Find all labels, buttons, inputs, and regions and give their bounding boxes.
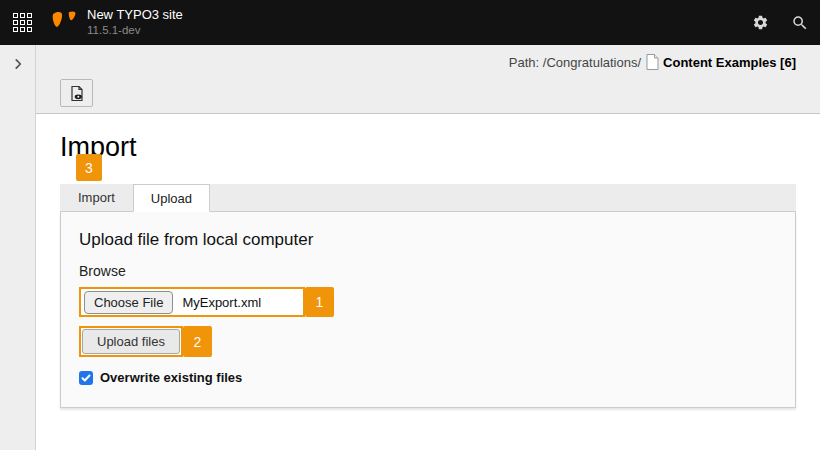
breadcrumb-path: Path: /Congratulations/ <box>509 55 641 70</box>
settings-button[interactable] <box>740 0 780 45</box>
breadcrumb-record-title: Content Examples [6] <box>663 55 796 70</box>
upload-panel: Upload file from local computer Browse C… <box>60 212 796 408</box>
collapsed-sidebar <box>0 45 36 450</box>
document-view-icon <box>69 85 85 102</box>
module-body: Import 3 Import Upload Upload file from … <box>36 114 820 450</box>
panel-heading: Upload file from local computer <box>79 230 777 250</box>
breadcrumb-record: Content Examples [6] <box>646 54 796 70</box>
search-icon <box>791 14 809 32</box>
overwrite-row: Overwrite existing files <box>79 370 777 385</box>
overwrite-checkbox[interactable] <box>79 371 93 385</box>
module-menu-toggle-button[interactable] <box>0 0 45 45</box>
upload-files-button[interactable]: Upload files <box>82 329 180 354</box>
upload-button-highlight: Upload files <box>79 326 183 357</box>
tab-upload[interactable]: Upload <box>133 184 210 212</box>
file-input[interactable]: Choose File MyExport.xml <box>79 287 305 317</box>
grid-icon <box>13 13 32 32</box>
browse-label: Browse <box>79 263 777 279</box>
topbar-site-info: New TYPO3 site 11.5.1-dev <box>87 8 183 37</box>
page-title: Import <box>60 132 796 162</box>
typo3-logo <box>51 9 77 37</box>
selected-file-name: MyExport.xml <box>182 295 261 310</box>
site-version: 11.5.1-dev <box>87 24 183 37</box>
sidebar-expand-button[interactable] <box>9 55 27 76</box>
check-icon <box>81 373 91 383</box>
tab-import[interactable]: Import <box>60 184 133 211</box>
topbar: New TYPO3 site 11.5.1-dev <box>0 0 820 45</box>
site-title: New TYPO3 site <box>87 8 183 22</box>
overwrite-label: Overwrite existing files <box>100 370 242 385</box>
docheader: Path: /Congratulations/ Content Examples… <box>36 45 820 114</box>
tabbar: Import Upload <box>60 184 796 212</box>
choose-file-button[interactable]: Choose File <box>84 291 173 314</box>
chevron-right-icon <box>11 57 25 71</box>
tour-step-badge-2: 2 <box>183 326 212 357</box>
breadcrumb: Path: /Congratulations/ Content Examples… <box>60 45 796 79</box>
search-button[interactable] <box>780 0 820 45</box>
gear-icon <box>752 14 769 31</box>
upload-button-row: Upload files 2 <box>79 326 777 357</box>
file-input-row: Choose File MyExport.xml 1 <box>79 287 777 317</box>
tour-step-badge-1: 1 <box>305 287 334 317</box>
page-icon <box>646 54 659 70</box>
view-webpage-button[interactable] <box>60 79 93 107</box>
tour-step-badge-3: 3 <box>76 154 102 181</box>
